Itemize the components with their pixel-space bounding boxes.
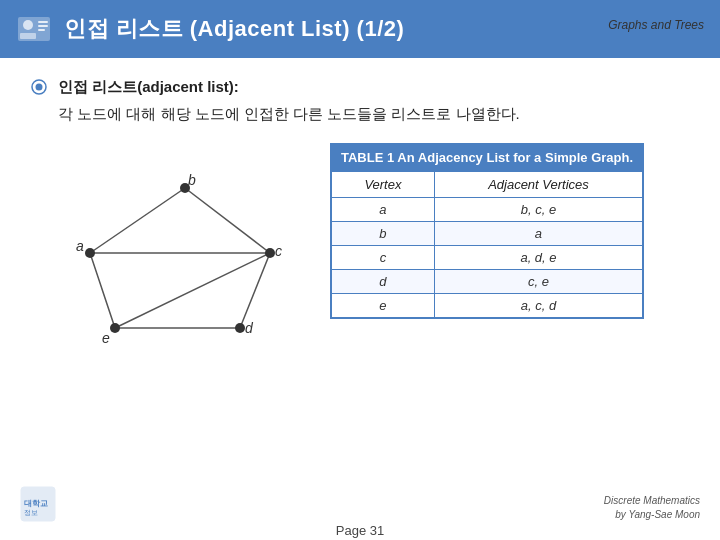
slide-subtitle: Graphs and Trees [608,18,704,32]
svg-rect-2 [20,33,36,39]
svg-line-13 [115,253,270,328]
cell-vertex: b [332,222,435,246]
svg-line-10 [90,253,115,328]
node-d [235,323,245,333]
cell-vertex: e [332,294,435,318]
table-row: ba [332,222,643,246]
cell-vertex: c [332,246,435,270]
credit-line2: by Yang-Sae Moon [615,509,700,520]
slide-content: 인접 리스트(adjacent list): 각 노드에 대해 해당 노드에 인… [0,58,720,373]
table-row: ca, d, e [332,246,643,270]
label-e: e [102,330,110,346]
table-header-row: Vertex Adjacent Vertices [332,172,643,198]
bullet-icon [30,78,48,96]
table-number: TABLE 1 [341,150,394,165]
node-e [110,323,120,333]
cell-adjacent: a, c, d [434,294,642,318]
footer-credit: Discrete Mathematics by Yang-Sae Moon [604,494,700,522]
table-title: TABLE 1 An Adjacency List for a Simple G… [331,144,643,171]
node-a [85,248,95,258]
node-c [265,248,275,258]
graph-container: a b c d e [40,143,310,363]
table-row: ea, c, d [332,294,643,318]
svg-point-1 [23,20,33,30]
table-row: ab, c, e [332,198,643,222]
bullet-item: 인접 리스트(adjacent list): [30,76,690,99]
cell-adjacent: a, d, e [434,246,642,270]
graph-svg: a b c d e [40,143,310,363]
cell-adjacent: c, e [434,270,642,294]
svg-rect-5 [38,29,45,31]
cell-vertex: d [332,270,435,294]
svg-rect-4 [38,25,48,27]
credit-line1: Discrete Mathematics [604,495,700,506]
svg-line-12 [240,253,270,328]
cell-vertex: a [332,198,435,222]
svg-rect-3 [38,21,48,23]
label-b: b [188,172,196,188]
footer-logo: 대학교 정보 [20,486,56,522]
university-logo: 대학교 정보 [20,486,56,522]
svg-text:대학교: 대학교 [24,499,48,508]
adj-table: Vertex Adjacent Vertices ab, c, ebaca, d… [331,171,643,318]
label-a: a [76,238,84,254]
table-title-rest: An Adjacency List for a Simple Graph. [394,150,633,165]
description-text: 각 노드에 대해 해당 노드에 인접한 다른 노드들을 리스트로 나열한다. [58,103,690,126]
page-number: Page 31 [336,523,384,538]
cell-adjacent: b, c, e [434,198,642,222]
label-d: d [245,320,254,336]
svg-text:정보: 정보 [24,509,38,516]
svg-point-7 [36,84,43,91]
svg-line-11 [185,188,270,253]
cell-adjacent: a [434,222,642,246]
bullet-label: 인접 리스트(adjacent list): [58,76,239,99]
svg-line-8 [90,188,185,253]
col-vertex: Vertex [332,172,435,198]
adjacency-table-container: TABLE 1 An Adjacency List for a Simple G… [330,143,644,319]
lecture-icon [16,11,52,47]
label-c: c [275,243,282,259]
slide-title: 인접 리스트 (Adjacent List) (1/2) [64,14,404,44]
col-adjacent: Adjacent Vertices [434,172,642,198]
diagram-area: a b c d e TABLE 1 An Adjacency List for … [40,143,690,363]
table-row: dc, e [332,270,643,294]
